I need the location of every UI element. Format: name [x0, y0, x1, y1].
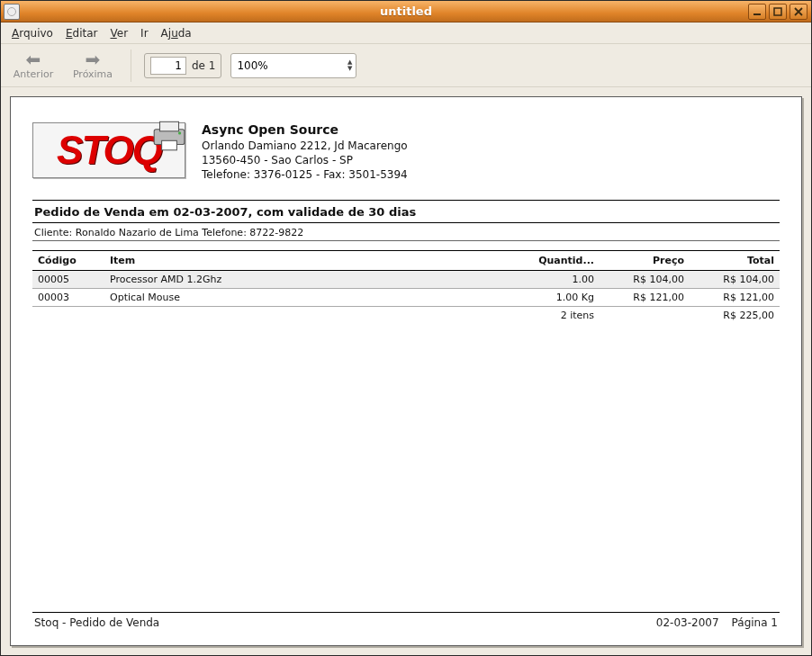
zoom-combobox[interactable]: 100% ▲▼ [230, 53, 356, 78]
svg-rect-0 [753, 13, 761, 15]
svg-point-5 [178, 131, 181, 134]
spin-icon: ▲▼ [347, 59, 352, 72]
document-title: Pedido de Venda em 02-03-2007, com valid… [32, 201, 780, 222]
document-title-block: Pedido de Venda em 02-03-2007, com valid… [32, 200, 780, 241]
footer-date: 02-03-2007 [656, 616, 719, 629]
titlebar[interactable]: untitled [1, 1, 811, 22]
page-of-label: de 1 [192, 59, 215, 72]
menu-ir[interactable]: Ir [135, 25, 153, 41]
menu-arquivo[interactable]: Arquivo [6, 25, 59, 41]
maximize-icon [773, 7, 782, 16]
items-table: Código Item Quantid... Preço Total 00005… [32, 250, 780, 324]
close-button[interactable] [789, 4, 807, 20]
svg-rect-4 [162, 140, 177, 150]
client-line: Cliente: Ronaldo Nazario de Lima Telefon… [32, 223, 780, 240]
col-total: Total [690, 251, 780, 271]
table-row: 00003 Optical Mouse 1.00 Kg R$ 121,00 R$… [32, 289, 780, 307]
prev-page-button: ⬅ Anterior [8, 51, 59, 80]
summary-row: 2 itens R$ 225,00 [32, 307, 780, 325]
window-title: untitled [1, 4, 811, 18]
toolbar-separator [131, 49, 131, 82]
company-logo: STOQ [32, 122, 185, 178]
col-preco: Preço [600, 251, 690, 271]
toolbar: ⬅ Anterior ➡ Próxima de 1 100% ▲▼ [1, 44, 811, 87]
page-number-input[interactable] [150, 57, 186, 75]
company-block: Async Open Source Orlando Damiano 2212, … [202, 122, 408, 182]
minimize-icon [753, 7, 762, 16]
letterhead: STOQ Async Open Source Orlando Damiano 2… [32, 122, 780, 182]
arrow-left-icon: ⬅ [26, 51, 41, 67]
table-header-row: Código Item Quantid... Preço Total [32, 251, 780, 271]
svg-rect-3 [160, 121, 179, 131]
minimize-button[interactable] [748, 4, 766, 20]
app-window: untitled Arquivo Editar Ver Ir Ajuda ⬅ A… [0, 0, 812, 656]
company-name: Async Open Source [202, 122, 408, 137]
menu-editar[interactable]: Editar [60, 25, 104, 41]
summary-count: 2 itens [528, 307, 600, 325]
menu-ajuda[interactable]: Ajuda [156, 25, 197, 41]
page-footer: Stoq - Pedido de Venda 02-03-2007 Página… [32, 606, 780, 629]
company-city: 13560-450 - Sao Carlos - SP [202, 153, 408, 167]
next-page-button: ➡ Próxima [68, 51, 118, 80]
app-icon [4, 4, 20, 20]
company-address: Orlando Damiano 2212, Jd Macarengo [202, 139, 408, 153]
footer-page: Página 1 [732, 616, 778, 629]
svg-rect-1 [774, 8, 781, 15]
col-quantidade: Quantid... [528, 251, 600, 271]
company-phone: Telefone: 3376-0125 - Fax: 3501-5394 [202, 167, 408, 182]
summary-total: R$ 225,00 [690, 307, 780, 325]
maximize-button[interactable] [769, 4, 787, 20]
printer-icon [150, 118, 188, 152]
document-page: STOQ Async Open Source Orlando Damiano 2… [10, 96, 802, 646]
zoom-value: 100% [237, 59, 267, 72]
arrow-right-icon: ➡ [86, 51, 101, 67]
page-indicator: de 1 [144, 53, 221, 78]
footer-left: Stoq - Pedido de Venda [34, 616, 159, 629]
document-viewport[interactable]: STOQ Async Open Source Orlando Damiano 2… [1, 87, 811, 655]
col-item: Item [104, 251, 528, 271]
menubar: Arquivo Editar Ver Ir Ajuda [1, 22, 811, 44]
window-controls [748, 4, 811, 20]
close-icon [794, 7, 803, 16]
table-row: 00005 Processor AMD 1.2Ghz 1.00 R$ 104,0… [32, 271, 780, 289]
menu-ver[interactable]: Ver [105, 25, 134, 41]
col-codigo: Código [32, 251, 104, 271]
